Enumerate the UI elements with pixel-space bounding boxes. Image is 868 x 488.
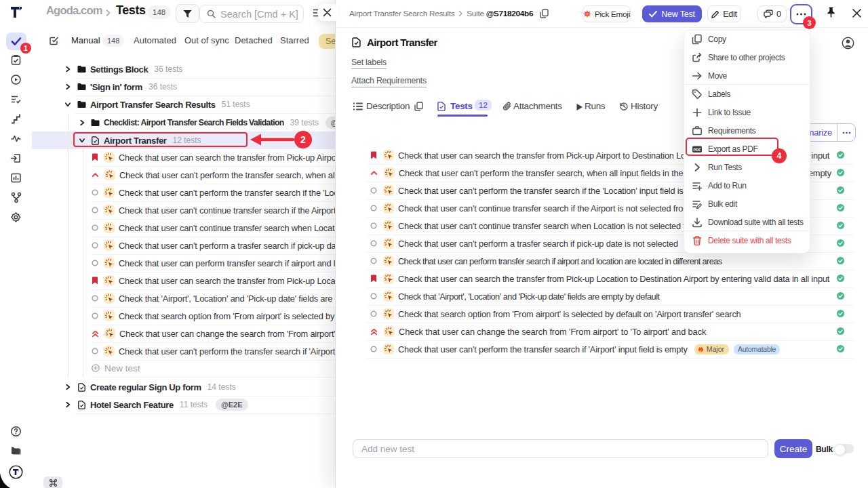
svg-text:PDF: PDF — [693, 147, 701, 151]
